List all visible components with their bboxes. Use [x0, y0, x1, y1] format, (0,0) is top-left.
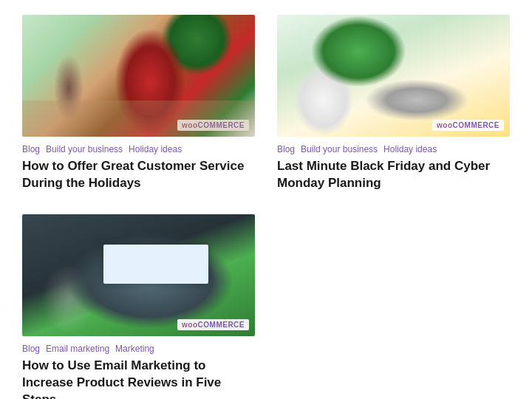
tag-0[interactable]: Blog	[277, 144, 295, 154]
tag-2[interactable]: Holiday ideas	[383, 144, 437, 154]
card-title[interactable]: How to Offer Great Customer Service Duri…	[22, 158, 255, 192]
card-black-friday: wooCOMMERCEBlogBuild your businessHolida…	[277, 15, 510, 192]
card-title[interactable]: Last Minute Black Friday and Cyber Monda…	[277, 158, 510, 192]
tag-0[interactable]: Blog	[22, 144, 40, 154]
woocommerce-badge: wooCOMMERCE	[177, 319, 249, 330]
card-image-holiday-customer: wooCOMMERCE	[22, 15, 255, 137]
card-title[interactable]: How to Use Email Marketing to Increase P…	[22, 358, 255, 399]
tag-list: BlogEmail marketingMarketing	[22, 344, 255, 354]
tag-1[interactable]: Email marketing	[46, 344, 109, 354]
tag-list: BlogBuild your businessHoliday ideas	[22, 144, 255, 154]
tag-2[interactable]: Holiday ideas	[129, 144, 182, 154]
woocommerce-badge: wooCOMMERCE	[432, 120, 504, 131]
tag-0[interactable]: Blog	[22, 344, 40, 354]
tag-list: BlogBuild your businessHoliday ideas	[277, 144, 510, 154]
article-grid: wooCOMMERCEBlogBuild your businessHolida…	[22, 15, 510, 399]
card-image-black-friday: wooCOMMERCE	[277, 15, 510, 137]
card-image-email-marketing: wooCOMMERCE	[22, 214, 255, 336]
tag-1[interactable]: Build your business	[301, 144, 378, 154]
tag-1[interactable]: Build your business	[46, 144, 123, 154]
card-email-marketing: wooCOMMERCEBlogEmail marketingMarketingH…	[22, 214, 255, 399]
card-holiday-customer: wooCOMMERCEBlogBuild your businessHolida…	[22, 15, 255, 192]
tag-2[interactable]: Marketing	[115, 344, 154, 354]
woocommerce-badge: wooCOMMERCE	[177, 120, 249, 131]
